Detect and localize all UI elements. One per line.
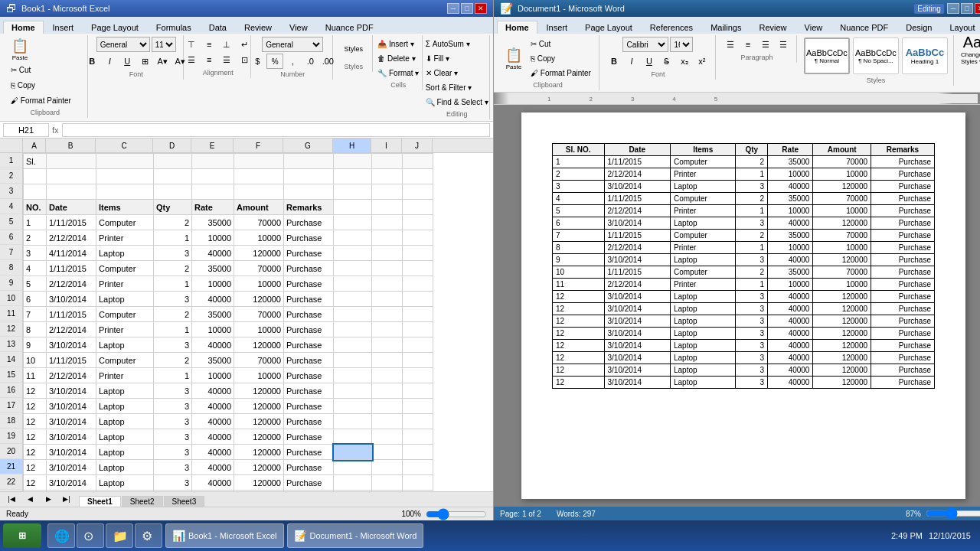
cell[interactable]: 10000 [192,322,234,337]
cell[interactable]: 1 [736,242,767,254]
cell[interactable]: 2 [154,215,192,230]
cell[interactable]: 2 [154,307,192,322]
cell[interactable]: 40000 [767,303,812,315]
sort-filter-button[interactable]: Sort & Filter ▾ [423,80,492,94]
cell[interactable]: 35000 [767,230,812,242]
cell[interactable]: 12 [24,491,47,492]
cell[interactable]: Purchase [284,230,334,246]
cell[interactable]: 8 [24,322,47,337]
cell[interactable]: 12 [552,352,604,364]
cell[interactable]: 40000 [192,475,234,491]
cell[interactable]: 3 [154,460,192,475]
style-no-spacing-button[interactable]: AaBbCcDc ¶ No Spaci... [853,37,899,74]
cell[interactable]: 10000 [767,242,812,254]
cell[interactable]: 3/10/2014 [47,399,96,414]
word-font-size-select[interactable]: 16 [670,37,693,52]
word-italic-button[interactable]: I [623,54,640,69]
cell[interactable]: 3 [24,246,47,261]
cell[interactable]: 3/10/2014 [604,217,670,230]
cell[interactable]: Purchase [871,315,935,328]
excel-tab-page-layout[interactable]: Page Layout [83,21,147,34]
row-header-14[interactable]: 14 [0,352,22,367]
cell[interactable]: 3/10/2014 [47,491,96,492]
cell[interactable] [372,337,403,353]
cell[interactable]: 7 [552,230,604,242]
row-header-5[interactable]: 5 [0,214,22,230]
col-header-c[interactable]: C [96,139,153,152]
cell[interactable]: 3 [552,181,604,193]
format-painter-button[interactable]: 🖌 Format Painter [8,93,74,107]
cell[interactable] [334,399,372,414]
row-header-19[interactable]: 19 [0,429,22,444]
cell[interactable]: 3/10/2014 [604,303,670,315]
cell[interactable]: 70000 [813,266,871,279]
cell[interactable]: 1 [552,156,604,168]
cell[interactable]: 10 [24,353,47,368]
cell[interactable] [372,491,403,492]
cell[interactable] [372,246,403,261]
underline-button[interactable]: U [119,54,136,69]
cell[interactable]: Purchase [871,266,935,279]
taskbar-icon-chrome[interactable]: ⊙ [77,523,104,548]
cell[interactable]: 120000 [234,399,284,414]
cell[interactable]: 3 [154,414,192,429]
find-select-button[interactable]: 🔍 Find & Select ▾ [423,95,492,109]
cell[interactable]: Purchase [284,460,334,475]
cell[interactable] [403,429,433,445]
cell[interactable]: 10000 [813,168,871,181]
cell[interactable]: Purchase [871,303,935,315]
align-left-button[interactable]: ☰ [183,52,200,67]
cell[interactable]: 70000 [813,193,871,205]
cell[interactable] [334,337,372,353]
cell[interactable] [334,154,372,169]
cell[interactable]: 3 [154,383,192,399]
copy-button[interactable]: ⎘ Copy [8,78,74,92]
formula-input[interactable] [62,123,490,137]
row-header-10[interactable]: 10 [0,291,22,306]
cell[interactable]: Laptop [96,475,154,491]
word-tab-references[interactable]: References [642,21,701,34]
insert-cells-button[interactable]: 📥 Insert ▾ [374,37,422,51]
row-header-22[interactable]: 22 [0,474,22,490]
cell[interactable]: 3 [154,491,192,492]
cell[interactable]: 3 [154,399,192,414]
col-header-a[interactable]: A [23,139,46,152]
word-paste-button[interactable]: 📋 Paste [501,46,526,70]
cell[interactable] [334,322,372,337]
cell[interactable]: 3/10/2014 [47,337,96,353]
taskbar-icon-ie[interactable]: 🌐 [47,523,75,548]
cell[interactable]: 3/10/2014 [604,181,670,193]
word-align-right-button[interactable]: ☰ [757,37,774,52]
cell[interactable]: 12 [552,340,604,352]
cell[interactable]: 3 [736,217,767,230]
col-header-e[interactable]: E [191,139,234,152]
cell[interactable] [47,169,96,184]
change-styles-button[interactable]: Aa Change Styles ▾ [960,37,980,61]
excel-tab-nuance[interactable]: Nuance PDF [317,21,382,34]
cell[interactable]: 40000 [767,340,812,352]
cell[interactable]: 10000 [813,205,871,217]
cell[interactable]: 2/12/2014 [604,205,670,217]
cell[interactable]: 70000 [813,230,871,242]
taskbar-icon-folder[interactable]: 📁 [106,523,133,548]
align-bottom-button[interactable]: ⊥ [218,37,235,52]
cell[interactable]: Laptop [96,399,154,414]
cell[interactable]: Purchase [284,215,334,230]
cell[interactable] [154,154,192,169]
cell[interactable]: 3/10/2014 [47,445,96,460]
cell[interactable]: 1/11/2015 [604,156,670,168]
cell[interactable] [334,292,372,307]
cell[interactable] [24,169,47,184]
cell[interactable]: 3/10/2014 [604,340,670,352]
word-document-area[interactable]: Sl. NO. Date Items Qty Rate Amount Remar… [494,105,980,507]
word-subscript-button[interactable]: x₂ [676,54,693,69]
sheet-nav-first[interactable]: |◀ [3,491,20,507]
clear-button[interactable]: ✕ Clear ▾ [423,66,492,80]
cell[interactable]: 2/12/2014 [604,242,670,254]
cell[interactable] [403,261,433,276]
cell[interactable]: 12 [552,315,604,328]
cell[interactable]: Purchase [871,352,935,364]
cell[interactable] [334,368,372,383]
cell[interactable]: Purchase [284,246,334,261]
cell[interactable]: 3 [154,429,192,445]
